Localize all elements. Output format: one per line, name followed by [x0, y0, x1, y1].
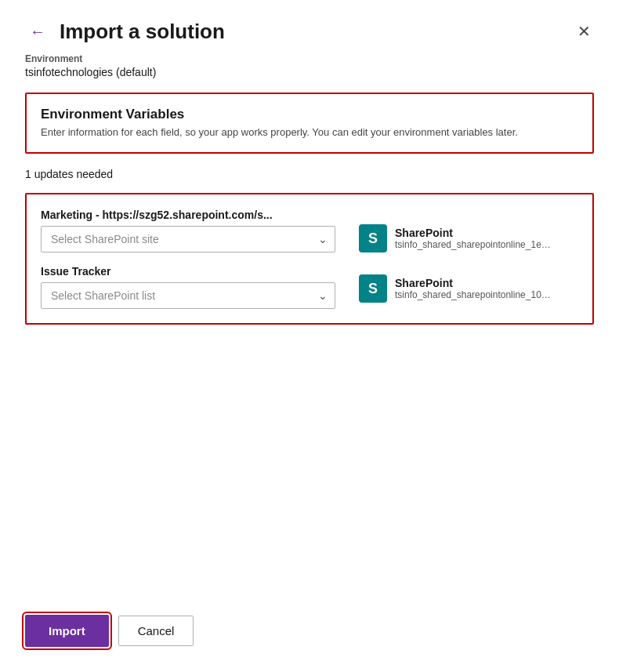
- variables-box: Marketing - https://szg52.sharepoint.com…: [25, 193, 594, 325]
- sharepoint-item-0: S SharePoint tsinfo_shared_sharepointonl…: [359, 224, 578, 252]
- sharepoint-id-0: tsinfo_shared_sharepointonline_1ef036700…: [395, 239, 552, 250]
- sharepoint-info-0: SharePoint tsinfo_shared_sharepointonlin…: [395, 227, 552, 250]
- environment-value: tsinfotechnologies (default): [25, 66, 594, 78]
- sharepoint-name-1: SharePoint: [395, 277, 552, 289]
- environment-label: Environment: [25, 53, 594, 64]
- sharepoint-site-select[interactable]: Select SharePoint site: [41, 226, 335, 252]
- panel: ← Import a solution ✕ Environment tsinfo…: [0, 0, 619, 672]
- env-variables-section: Environment Variables Enter information …: [25, 93, 594, 154]
- sharepoint-icon-1: S: [359, 274, 387, 303]
- close-button[interactable]: ✕: [574, 19, 594, 44]
- updates-needed-label: 1 updates needed: [25, 168, 594, 180]
- sharepoint-list-select[interactable]: Select SharePoint list: [41, 282, 335, 309]
- cancel-button[interactable]: Cancel: [118, 616, 194, 646]
- variables-right: S SharePoint tsinfo_shared_sharepointonl…: [359, 209, 578, 303]
- import-button[interactable]: Import: [25, 615, 109, 647]
- page-title: Import a solution: [60, 20, 225, 44]
- select-wrapper-1: Select SharePoint list ⌄: [41, 282, 335, 309]
- variables-left: Marketing - https://szg52.sharepoint.com…: [41, 209, 335, 309]
- variable-label-1: Issue Tracker: [41, 265, 335, 278]
- sharepoint-icon-0: S: [359, 224, 387, 252]
- sharepoint-name-0: SharePoint: [395, 227, 552, 239]
- spacer: [25, 343, 594, 602]
- select-wrapper-0: Select SharePoint site ⌄: [41, 226, 335, 252]
- back-button[interactable]: ←: [25, 21, 50, 42]
- sharepoint-item-1: S SharePoint tsinfo_shared_sharepointonl…: [359, 274, 578, 303]
- variable-item-0: Marketing - https://szg52.sharepoint.com…: [41, 209, 335, 252]
- sharepoint-id-1: tsinfo_shared_sharepointonline_10ed987fe…: [395, 289, 552, 300]
- variable-label-0: Marketing - https://szg52.sharepoint.com…: [41, 209, 335, 221]
- variable-item-1: Issue Tracker Select SharePoint list ⌄: [41, 265, 335, 309]
- section-description: Enter information for each field, so you…: [41, 125, 578, 140]
- section-title: Environment Variables: [41, 107, 578, 122]
- header-left: ← Import a solution: [25, 20, 225, 44]
- header: ← Import a solution ✕: [25, 19, 594, 44]
- sharepoint-info-1: SharePoint tsinfo_shared_sharepointonlin…: [395, 277, 552, 300]
- footer: Import Cancel: [25, 602, 594, 647]
